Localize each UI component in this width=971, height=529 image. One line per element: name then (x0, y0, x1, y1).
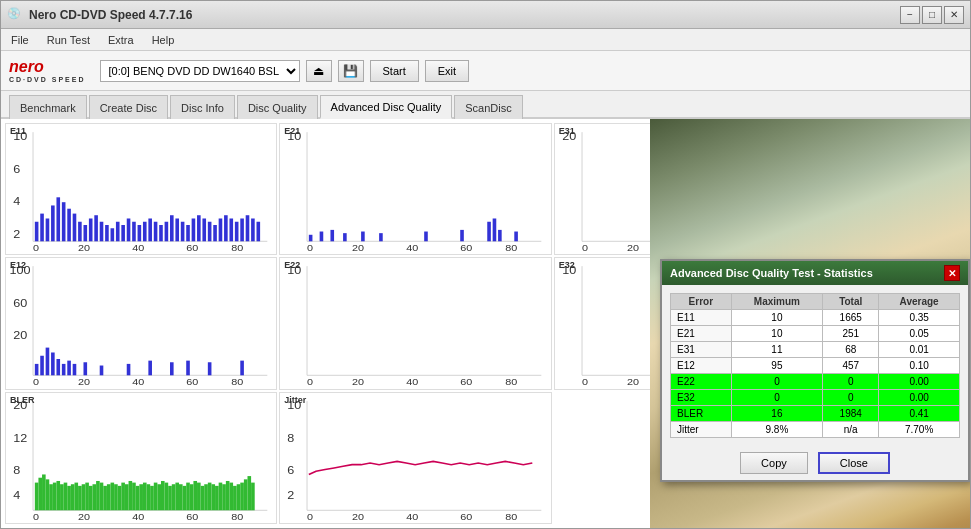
stats-row-2-error: E31 (671, 342, 732, 358)
svg-rect-102 (67, 361, 71, 376)
svg-rect-170 (147, 484, 151, 510)
stats-row-0-average: 0.35 (879, 310, 960, 326)
stats-row-6-maximum: 16 (731, 406, 823, 422)
stats-row-3-maximum: 95 (731, 358, 823, 374)
stats-row-7-average: 7.70% (879, 422, 960, 438)
close-button[interactable]: ✕ (944, 6, 964, 24)
tab-create-disc[interactable]: Create Disc (89, 95, 168, 119)
stats-row-0-maximum: 10 (731, 310, 823, 326)
svg-rect-48 (235, 222, 239, 242)
tab-benchmark[interactable]: Benchmark (9, 95, 87, 119)
stats-row-4-maximum: 0 (731, 374, 823, 390)
svg-rect-21 (89, 218, 93, 241)
svg-rect-159 (107, 484, 111, 510)
title-bar: 💿 Nero CD-DVD Speed 4.7.7.16 − □ ✕ (1, 1, 970, 29)
svg-text:20: 20 (627, 377, 639, 387)
svg-rect-162 (118, 486, 122, 510)
stats-close-x[interactable]: ✕ (944, 265, 960, 281)
svg-rect-150 (74, 482, 78, 510)
svg-rect-185 (201, 486, 205, 510)
svg-rect-52 (257, 222, 261, 242)
start-button[interactable]: Start (370, 60, 419, 82)
svg-text:60: 60 (461, 377, 473, 387)
svg-rect-38 (181, 222, 185, 242)
menu-extra[interactable]: Extra (104, 33, 138, 47)
svg-rect-97 (40, 356, 44, 376)
copy-button[interactable]: Copy (740, 452, 808, 474)
svg-rect-34 (159, 225, 163, 241)
svg-rect-199 (251, 482, 255, 510)
svg-rect-153 (85, 482, 89, 510)
svg-text:20: 20 (352, 377, 364, 387)
svg-text:80: 80 (231, 377, 243, 387)
svg-text:60: 60 (186, 511, 198, 521)
svg-rect-71 (498, 230, 502, 241)
svg-rect-25 (111, 228, 115, 241)
tab-disc-info[interactable]: Disc Info (170, 95, 235, 119)
drive-selector[interactable]: [0:0] BENQ DVD DD DW1640 BSLB (100, 60, 300, 82)
svg-rect-69 (488, 222, 492, 242)
graph-e32-label: E32 (559, 260, 575, 270)
stats-row-5-average: 0.00 (879, 390, 960, 406)
svg-text:6: 6 (288, 464, 295, 477)
menu-help[interactable]: Help (148, 33, 179, 47)
stats-content: Error Maximum Total Average E11 10 1665 … (662, 285, 968, 446)
svg-rect-195 (237, 484, 241, 510)
svg-rect-99 (51, 353, 55, 376)
svg-rect-65 (361, 232, 365, 242)
graph-e12: E12 100 60 20 0 20 40 60 80 (5, 257, 277, 389)
stats-row-4-error: E22 (671, 374, 732, 390)
svg-rect-173 (157, 484, 161, 510)
svg-rect-193 (229, 482, 233, 510)
menu-run-test[interactable]: Run Test (43, 33, 94, 47)
maximize-button[interactable]: □ (922, 6, 942, 24)
svg-text:40: 40 (132, 243, 144, 253)
save-button[interactable]: 💾 (338, 60, 364, 82)
svg-rect-72 (515, 232, 519, 242)
svg-text:60: 60 (461, 243, 473, 253)
svg-text:0: 0 (33, 243, 39, 253)
stats-row-3-total: 457 (823, 358, 879, 374)
svg-text:40: 40 (406, 511, 418, 521)
svg-rect-16 (62, 202, 66, 241)
graph-e11-label: E11 (10, 126, 26, 136)
exit-button[interactable]: Exit (425, 60, 469, 82)
app-title: Nero CD-DVD Speed 4.7.7.16 (29, 8, 900, 22)
stats-row-2-total: 68 (823, 342, 879, 358)
eject-button[interactable]: ⏏ (306, 60, 332, 82)
graph-e21: E21 10 0 20 40 60 80 (279, 123, 551, 255)
tab-scan-disc[interactable]: ScanDisc (454, 95, 522, 119)
tab-disc-quality[interactable]: Disc Quality (237, 95, 318, 119)
stats-row-1-error: E21 (671, 326, 732, 342)
menu-file[interactable]: File (7, 33, 33, 47)
svg-rect-63 (331, 230, 335, 241)
col-total: Total (823, 294, 879, 310)
svg-rect-142 (46, 479, 50, 510)
svg-rect-22 (94, 215, 98, 241)
svg-text:60: 60 (186, 243, 198, 253)
app-icon: 💿 (7, 7, 23, 23)
svg-rect-37 (175, 218, 179, 241)
svg-rect-107 (148, 361, 152, 376)
stats-row-5-error: E32 (671, 390, 732, 406)
tab-advanced-disc-quality[interactable]: Advanced Disc Quality (320, 95, 453, 119)
graph-e11: E11 10 6 4 2 0 20 40 60 80 (5, 123, 277, 255)
stats-row-1-total: 251 (823, 326, 879, 342)
svg-rect-181 (186, 482, 190, 510)
minimize-button[interactable]: − (900, 6, 920, 24)
svg-rect-67 (425, 232, 429, 242)
main-content: E11 10 6 4 2 0 20 40 60 80 (1, 119, 970, 528)
close-button-stats[interactable]: Close (818, 452, 890, 474)
graph-jitter: Jitter 10 8 6 2 0 20 40 60 80 (279, 392, 551, 524)
svg-rect-172 (154, 482, 158, 510)
svg-text:80: 80 (506, 377, 518, 387)
svg-rect-28 (127, 218, 131, 241)
svg-rect-152 (82, 484, 86, 510)
stats-row-3-average: 0.10 (879, 358, 960, 374)
stats-row-1-maximum: 10 (731, 326, 823, 342)
svg-rect-143 (49, 484, 53, 510)
svg-rect-30 (138, 225, 142, 241)
nero-sub: CD·DVD SPEED (9, 76, 86, 83)
svg-rect-44 (213, 225, 217, 241)
stats-row-2-average: 0.01 (879, 342, 960, 358)
